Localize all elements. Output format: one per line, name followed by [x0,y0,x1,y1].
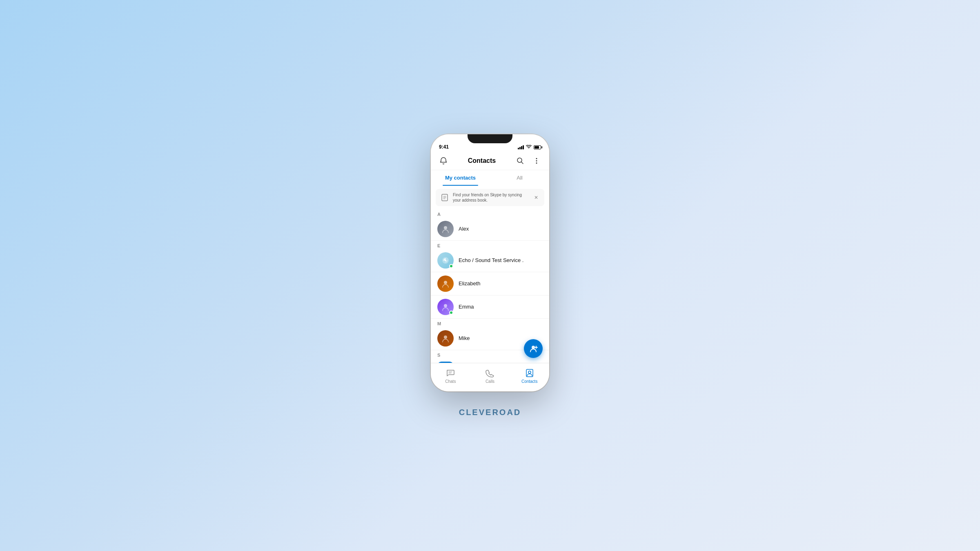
tab-all[interactable]: All [490,170,549,186]
svg-point-0 [517,158,522,162]
brand-label: CLEVEROAD [459,408,521,417]
phone-wrapper: 9:41 [431,134,549,417]
status-time: 9:41 [439,144,449,150]
tabs-bar: My contacts All [431,170,549,186]
section-header-a: A [431,209,549,218]
avatar-wrapper-elizabeth [437,276,454,292]
more-options-button[interactable] [530,155,543,167]
contacts-icon [525,368,535,378]
search-button[interactable] [514,155,526,167]
contact-item-emma[interactable]: Emma [431,295,549,319]
svg-point-21 [528,371,531,373]
battery-icon [534,145,541,149]
calls-nav-label: Calls [486,379,494,384]
phone-frame: 9:41 [431,134,549,391]
close-banner-button[interactable]: ✕ [532,193,540,202]
nav-item-contacts[interactable]: Contacts [510,368,549,386]
svg-point-17 [532,346,535,349]
status-icons [518,145,541,150]
avatar-wrapper-emma [437,299,454,315]
contact-name-alex: Alex [459,226,469,232]
chats-icon [445,368,455,378]
avatar-alex [437,221,454,237]
contact-item-echo[interactable]: Echo / Sound Test Service . [431,249,549,272]
contact-name-echo: Echo / Sound Test Service . [459,257,523,263]
phone-notch [468,134,512,143]
contact-name-emma: Emma [459,304,474,310]
online-status-emma [449,311,453,315]
section-header-m: M [431,319,549,327]
nav-item-calls[interactable]: Calls [470,368,510,386]
sync-banner-text: Find your friends on Skype by syncing yo… [453,192,529,203]
app-header: Contacts [431,152,549,170]
avatar-mike [437,330,454,347]
avatar-wrapper-alex [437,221,454,237]
svg-point-13 [444,335,447,339]
svg-point-12 [444,304,447,307]
avatar-wrapper-mike [437,330,454,347]
wifi-icon [526,145,532,150]
sync-address-book-banner: Find your friends on Skype by syncing yo… [436,189,544,206]
contact-item-skype-translator[interactable]: Skype Translator [431,358,549,363]
svg-point-8 [444,226,447,229]
contact-item-elizabeth[interactable]: Elizabeth [431,272,549,295]
svg-point-11 [444,281,447,284]
svg-point-2 [536,160,537,162]
svg-point-3 [536,162,537,164]
address-book-icon [440,193,450,202]
contact-name-mike: Mike [459,335,470,341]
notification-bell-button[interactable] [437,155,450,167]
bottom-navigation: Chats Calls Contacts [431,363,549,391]
add-contact-fab[interactable] [524,339,543,358]
chats-nav-label: Chats [445,379,456,384]
contact-item-alex[interactable]: Alex [431,218,549,241]
avatar-wrapper-echo [437,252,454,269]
calls-icon [485,368,495,378]
nav-item-chats[interactable]: Chats [431,368,470,386]
svg-point-1 [536,158,537,159]
online-status-echo [449,264,453,268]
tab-my-contacts[interactable]: My contacts [431,170,490,186]
section-header-e: E [431,241,549,249]
contact-name-elizabeth: Elizabeth [459,280,480,287]
signal-bars-icon [518,145,524,149]
page-title: Contacts [468,157,496,164]
avatar-wrapper-skype-translator [437,362,454,363]
contacts-nav-label: Contacts [521,379,537,384]
avatar-elizabeth [437,276,454,292]
avatar-skype-translator [437,362,454,363]
header-actions [514,155,543,167]
